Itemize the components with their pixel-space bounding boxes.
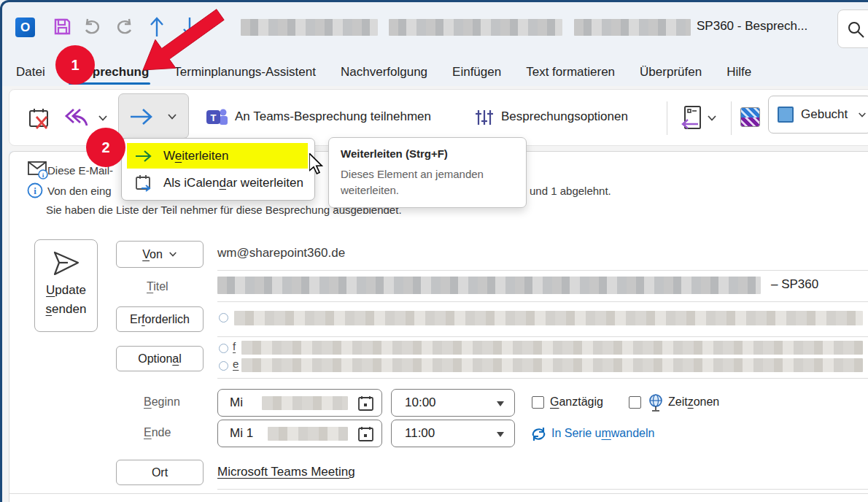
redacted-optional-attendees xyxy=(241,341,863,355)
field-divider xyxy=(217,301,868,302)
body-divider xyxy=(9,493,868,494)
optional-attendee-initial: f xyxy=(233,340,236,352)
forward-icon xyxy=(128,107,155,127)
begin-label: Beginn xyxy=(144,395,180,409)
ribbon-divider xyxy=(731,101,732,135)
from-value: wm@sharepoint360.de xyxy=(217,246,345,260)
convert-to-series-link[interactable]: In Serie umwandeln xyxy=(551,427,654,440)
red-arrow-annotation xyxy=(135,4,233,80)
globe-icon xyxy=(647,393,664,412)
end-time-value: 11:00 xyxy=(405,426,435,441)
reply-dropdown-chevron-icon[interactable] xyxy=(98,115,108,122)
end-label: Ende xyxy=(144,426,171,439)
infobar-line2-left: Von den eing xyxy=(47,185,112,197)
memo-forward-chevron-icon[interactable] xyxy=(707,115,717,122)
forward-split-button[interactable] xyxy=(118,93,189,139)
calendar-picker-icon[interactable] xyxy=(357,425,374,442)
reply-icon[interactable] xyxy=(63,106,91,131)
mail-info-icon: i xyxy=(27,161,49,179)
ribbon-tabs: Datei Besprechung Terminplanungs-Assiste… xyxy=(0,58,868,86)
end-time-chevron-icon xyxy=(497,432,504,437)
tab-text-formatieren[interactable]: Text formatieren xyxy=(526,65,615,80)
forward-green-icon xyxy=(134,149,153,163)
field-divider xyxy=(217,489,868,490)
redacted-title-text xyxy=(389,19,562,36)
window-title: SP360 - Besprech... xyxy=(697,19,807,34)
menu-item-ical-weiterleiten[interactable]: Als iCalendar weiterleiten xyxy=(125,170,311,196)
save-icon[interactable] xyxy=(53,17,72,36)
all-day-label: Ganztägig xyxy=(550,395,603,409)
meeting-options-button[interactable]: Besprechungsoptionen xyxy=(501,109,628,124)
begin-time-value: 10:00 xyxy=(405,395,436,410)
optional-attendee-initial: e xyxy=(233,358,239,370)
teams-icon: T xyxy=(205,107,228,128)
menu-item-weiterleiten[interactable]: Weiterleiten xyxy=(125,143,311,169)
join-teams-button[interactable]: An Teams-Besprechung teilnehmen xyxy=(235,109,431,124)
send-update-label: Update senden xyxy=(35,281,97,318)
end-date-field[interactable]: Mi 1 xyxy=(217,420,382,447)
redacted-end-date xyxy=(268,427,348,441)
meeting-options-icon xyxy=(474,107,495,128)
redacted-title-text xyxy=(241,19,378,36)
field-divider xyxy=(217,270,868,271)
left-gutter xyxy=(0,151,9,502)
tab-hilfe[interactable]: Hilfe xyxy=(726,65,751,80)
end-time-dropdown[interactable]: 11:00 xyxy=(391,420,515,447)
optional-button[interactable]: Optional xyxy=(116,346,204,371)
title-label: Titel xyxy=(147,280,168,293)
title-suffix: – SP360 xyxy=(771,277,818,292)
tab-ueberpruefen[interactable]: Überprüfen xyxy=(640,65,702,80)
menu-item-label: Als iCalendar weiterleiten xyxy=(163,176,303,190)
memo-forward-icon[interactable] xyxy=(679,104,702,132)
svg-text:T: T xyxy=(211,112,217,123)
timezones-checkbox[interactable] xyxy=(629,396,641,409)
all-day-checkbox[interactable] xyxy=(532,396,544,409)
redacted-meeting-title xyxy=(217,277,761,294)
location-value[interactable]: Microsoft Teams Meeting xyxy=(217,465,355,479)
von-chevron-icon xyxy=(168,251,177,258)
search-icon xyxy=(847,20,866,39)
busy-pattern-icon[interactable] xyxy=(740,107,760,127)
info-icon: i xyxy=(27,182,43,198)
undo-icon[interactable] xyxy=(82,18,102,36)
ical-forward-icon xyxy=(134,174,153,193)
field-divider xyxy=(217,378,868,379)
status-value: Gebucht xyxy=(801,107,848,122)
tab-einfuegen[interactable]: Einfügen xyxy=(452,65,501,80)
tab-datei[interactable]: Datei xyxy=(16,65,45,80)
infobar-line2-right: und 1 abgelehnt. xyxy=(530,185,611,197)
tab-nachverfolgung[interactable]: Nachverfolgung xyxy=(341,65,427,80)
timezones-label: Zeitzonen xyxy=(668,395,719,409)
status-dropdown[interactable]: Gebucht xyxy=(768,96,868,134)
title-bar: O SP360 - Besprech... xyxy=(0,0,868,58)
von-button[interactable]: Von xyxy=(116,241,204,268)
begin-date-field[interactable]: Mi xyxy=(217,389,382,417)
presence-icon xyxy=(219,344,228,353)
recurrence-icon xyxy=(530,427,547,441)
redacted-optional-attendees xyxy=(241,358,863,372)
begin-date-prefix: Mi xyxy=(230,395,243,410)
field-divider xyxy=(217,336,868,337)
redacted-title-text xyxy=(574,19,691,36)
menu-item-label: Weiterleiten xyxy=(163,149,228,163)
forward-dropdown-menu: Weiterleiten Als iCalendar weiterleiten xyxy=(121,138,315,201)
end-date-prefix: Mi 1 xyxy=(230,426,253,441)
forward-dropdown-chevron-icon[interactable] xyxy=(167,113,177,120)
mouse-cursor xyxy=(309,153,325,175)
presence-icon xyxy=(219,313,228,323)
send-icon xyxy=(52,250,81,277)
required-button[interactable]: Erforderlich xyxy=(116,306,204,332)
cancel-meeting-icon[interactable] xyxy=(27,106,52,131)
location-button[interactable]: Ort xyxy=(116,460,204,485)
begin-time-dropdown[interactable]: 10:00 xyxy=(391,389,515,417)
send-update-button[interactable]: Update senden xyxy=(34,239,98,332)
step-1-badge: 1 xyxy=(55,45,95,85)
calendar-picker-icon[interactable] xyxy=(357,395,374,412)
tooltip-body: Dieses Element an jemanden weiterleiten. xyxy=(341,166,514,198)
redo-icon[interactable] xyxy=(115,18,135,36)
search-button[interactable] xyxy=(837,9,868,48)
svg-text:i: i xyxy=(34,185,36,196)
step-2-badge: 2 xyxy=(86,128,125,167)
presence-icon xyxy=(219,361,228,371)
redacted-begin-date xyxy=(262,396,348,410)
